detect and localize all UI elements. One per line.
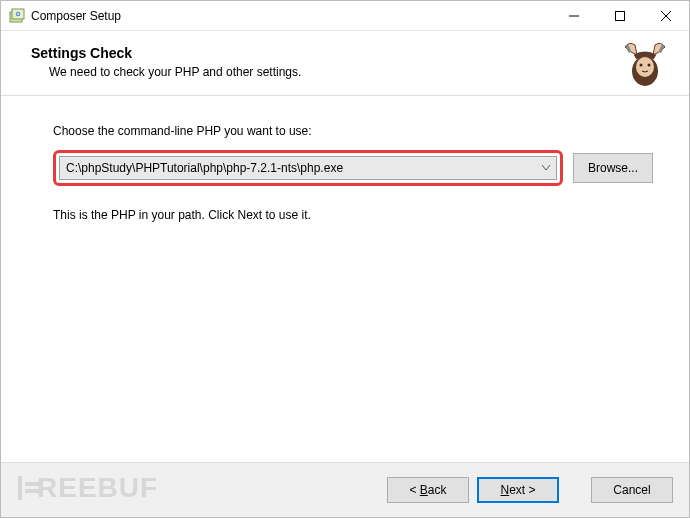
maximize-button[interactable]: [597, 1, 643, 31]
installer-window: Composer Setup Settings Check We need to…: [0, 0, 690, 518]
instruction-label: Choose the command-line PHP you want to …: [53, 124, 653, 138]
svg-point-8: [636, 57, 654, 77]
next-button[interactable]: Next >: [477, 477, 559, 503]
chevron-down-icon: [542, 163, 550, 173]
back-button[interactable]: < Back: [387, 477, 469, 503]
window-controls: [551, 1, 689, 30]
page-subtitle: We need to check your PHP and other sett…: [49, 65, 669, 79]
app-icon: [9, 8, 25, 24]
browse-button[interactable]: Browse...: [573, 153, 653, 183]
minimize-button[interactable]: [551, 1, 597, 31]
path-info-text: This is the PHP in your path. Click Next…: [53, 208, 653, 222]
footer-bar: < Back Next > Cancel: [1, 462, 689, 517]
svg-rect-4: [616, 12, 625, 21]
php-path-value: C:\phpStudy\PHPTutorial\php\php-7.2.1-nt…: [66, 161, 343, 175]
cancel-button-label: Cancel: [613, 483, 650, 497]
php-input-row: C:\phpStudy\PHPTutorial\php\php-7.2.1-nt…: [53, 150, 653, 186]
close-button[interactable]: [643, 1, 689, 31]
cancel-button[interactable]: Cancel: [591, 477, 673, 503]
svg-point-9: [640, 64, 643, 67]
php-path-dropdown[interactable]: C:\phpStudy\PHPTutorial\php\php-7.2.1-nt…: [59, 156, 557, 180]
titlebar: Composer Setup: [1, 1, 689, 31]
header-area: Settings Check We need to check your PHP…: [1, 31, 689, 95]
highlight-annotation: C:\phpStudy\PHPTutorial\php\php-7.2.1-nt…: [53, 150, 563, 186]
page-title: Settings Check: [31, 45, 669, 61]
browse-button-label: Browse...: [588, 161, 638, 175]
composer-logo: [617, 37, 673, 93]
window-title: Composer Setup: [31, 9, 551, 23]
content-area: Choose the command-line PHP you want to …: [1, 96, 689, 462]
svg-point-10: [648, 64, 651, 67]
